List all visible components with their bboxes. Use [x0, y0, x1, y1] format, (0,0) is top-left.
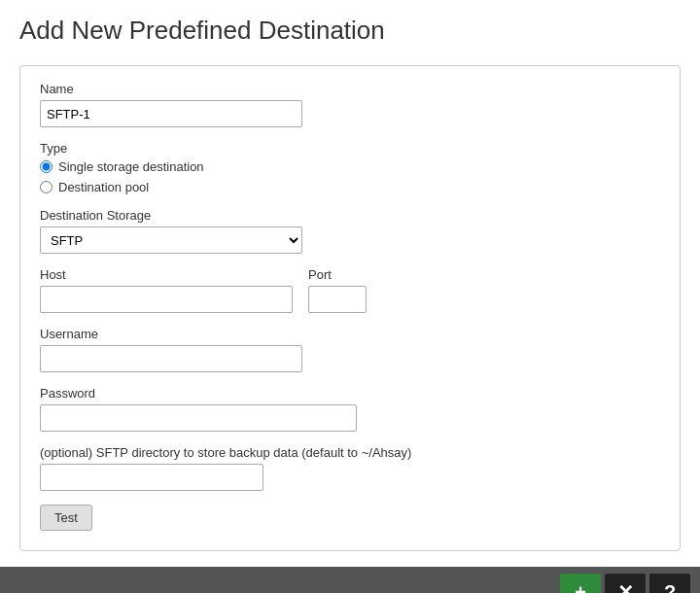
close-button[interactable]: ✕	[605, 574, 646, 593]
type-group: Type Single storage destination Destinat…	[40, 141, 660, 194]
name-input[interactable]	[40, 100, 302, 127]
type-label: Type	[40, 141, 660, 156]
radio-destination-pool[interactable]: Destination pool	[40, 180, 660, 194]
username-label: Username	[40, 327, 660, 341]
port-label: Port	[308, 267, 367, 282]
username-group: Username	[40, 327, 660, 372]
destination-storage-group: Destination Storage SFTP FTP Local S3	[40, 208, 660, 254]
test-button-wrapper: Test	[40, 505, 660, 531]
username-input[interactable]	[40, 345, 302, 372]
main-content: Add New Predefined Destination Name Type…	[0, 0, 700, 567]
destination-storage-select[interactable]: SFTP FTP Local S3	[40, 227, 302, 254]
radio-single-storage[interactable]: Single storage destination	[40, 159, 660, 174]
directory-label: (optional) SFTP directory to store backu…	[40, 445, 660, 460]
form-card: Name Type Single storage destination Des…	[19, 65, 681, 551]
host-group: Host	[40, 267, 293, 313]
directory-input[interactable]	[40, 464, 263, 491]
type-radio-group: Single storage destination Destination p…	[40, 159, 660, 194]
name-group: Name	[40, 82, 660, 127]
destination-storage-label: Destination Storage	[40, 208, 660, 223]
radio-pool-label: Destination pool	[58, 180, 149, 194]
port-input[interactable]	[308, 286, 367, 313]
radio-single-input[interactable]	[40, 160, 52, 173]
page-title: Add New Predefined Destination	[19, 16, 681, 46]
test-button[interactable]: Test	[40, 505, 92, 531]
port-group: Port	[308, 267, 367, 313]
password-input[interactable]	[40, 404, 357, 432]
host-label: Host	[40, 267, 293, 282]
bottom-bar: + ✕ ?	[0, 567, 700, 593]
radio-pool-input[interactable]	[40, 181, 52, 193]
directory-group: (optional) SFTP directory to store backu…	[40, 445, 660, 491]
name-label: Name	[40, 82, 660, 96]
password-group: Password	[40, 386, 660, 432]
host-port-row: Host Port	[40, 267, 660, 313]
help-button[interactable]: ?	[649, 574, 690, 593]
password-label: Password	[40, 386, 660, 401]
add-button[interactable]: +	[560, 574, 601, 593]
host-input[interactable]	[40, 286, 293, 313]
radio-single-label: Single storage destination	[58, 159, 204, 174]
